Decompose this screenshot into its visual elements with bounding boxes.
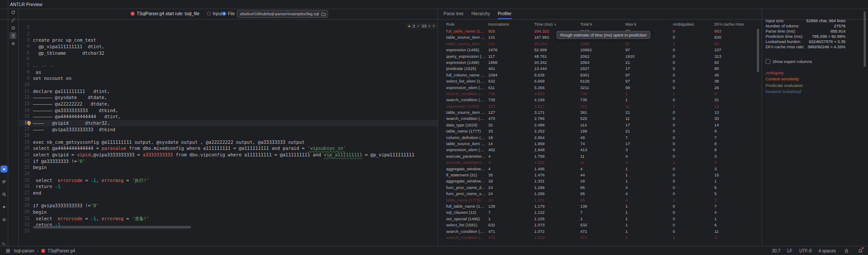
code-line[interactable]: 20select @a4444444444444 = paravalue fro… [18,145,437,152]
profiler-table-row[interactable]: search_condition (15…4711.013471114 [443,235,755,241]
code-line[interactable]: 25 select errorcode = -1, errormsg = '执行… [18,177,437,184]
profiler-table-row[interactable]: aggregate_windowed…181.33118101 [443,178,755,184]
profiler-table-scrollbar[interactable] [757,29,759,72]
column-header-rule[interactable]: Rule [443,21,486,28]
scroll-to-source-icon[interactable] [10,24,16,31]
code-line[interactable]: 11declare @a111111111 dtint, [18,88,437,95]
code-line[interactable]: 3create proc up_com_test [18,37,437,43]
code-line[interactable]: 9set nocount on [18,75,437,82]
code-line[interactable]: 28 [18,196,437,203]
profiler-table-row[interactable]: predicate (1525)46113.444292717080 [443,66,755,72]
profiler-table-row[interactable]: expression (1495)197852.99910982970237 [443,47,755,53]
column-header-ambiguities[interactable]: Ambiguities [671,21,712,28]
code-line[interactable]: 14——————— @a3333333333 dtkind, [18,107,437,114]
next-problem-icon[interactable]: ∨ [432,24,435,28]
profiler-table-row[interactable]: search_condition (15…7354.823735119 [443,91,755,97]
profiler-table-row[interactable]: full_column_name (17…10948.635830197045 [443,72,755,78]
code-line[interactable]: 16———— @vipid dtchar32, [18,120,437,126]
code-line[interactable]: 17———— @vipa3333333333 dtkind [18,126,437,133]
refresh-icon[interactable] [10,9,16,16]
profiler-table-row[interactable]: expression_elem (1590)6115.266321199026 [443,85,755,91]
code-line[interactable]: 31 select errorcode = -1, errormsg = '准备… [18,215,437,222]
profiler-table-row[interactable]: expression (1498)199820.342206421082 [443,60,755,66]
column-header-invocations[interactable]: Invocations [486,21,532,28]
code-line[interactable]: 24 [18,171,437,177]
code-line[interactable]: 29if @vipa3333333333 !='0' [18,202,437,209]
editor-horizontal-scrollbar[interactable] [33,226,191,229]
code-line[interactable]: 2 [18,31,437,37]
project-widget-icon[interactable] [4,247,11,254]
column-header-time[interactable]: Time (ms)∨ [532,21,578,28]
profiler-table-row[interactable]: column_definition (1421)182.06449707 [443,135,755,141]
intention-bulb-icon[interactable] [27,121,31,125]
encoding-widget[interactable]: UTF-8 [799,248,812,253]
profiler-table-row[interactable]: expression (1493)2273.91731011112 [443,103,755,109]
inspections-widget[interactable]: ▲ 2 ✓ 23 ∧ ∨ [405,23,437,29]
code-line[interactable]: 30begin [18,209,437,215]
profiler-table-row[interactable]: select_list (1581)6321.073632106 [443,222,755,228]
code-line[interactable]: 18 [18,132,437,139]
code-line[interactable]: 22if @a33333333 !='0' [18,158,437,165]
profiler-table-row[interactable]: table_source_item (15…1273.17138121013 [443,109,755,116]
profiler-table-row[interactable]: sql_clauses (12)71.1227104 [443,209,755,215]
run-tool-icon[interactable] [0,203,7,210]
lock-icon[interactable] [843,247,850,254]
panel-splitter[interactable] [437,9,438,246]
tab-profiler[interactable]: Profiler [498,9,512,19]
profiler-table-row[interactable]: table_name (1777)332.2521992109 [443,128,755,134]
settings-icon[interactable] [10,40,16,47]
show-expert-columns-checkbox[interactable]: Show expert columns [766,59,845,65]
antlr-preview-tool-icon[interactable] [0,166,7,172]
code-line[interactable]: 15——————— @a4444444444444 dtint, [18,113,437,120]
prev-problem-icon[interactable]: ∧ [428,24,431,28]
notifications-bell-icon[interactable] [857,247,864,254]
code-line[interactable]: 12——————— @sysdate dtdate, [18,94,437,101]
profiler-mode-icon[interactable] [10,32,16,39]
profiler-table-row[interactable]: func_proc_name_serv…241.28995405 [443,191,755,197]
input-radio[interactable]: Input [207,11,222,16]
file-radio[interactable]: File [222,11,235,16]
profiler-table-row[interactable]: execute_statement (1…41.62111413 [443,159,755,166]
code-line[interactable]: 4 @p_vipa111111111 dtint, [18,43,437,50]
stats-splitter[interactable] [762,9,762,246]
code-line[interactable]: 8 as [18,69,437,76]
profiler-table-row[interactable]: search_condition (1516)4711.0724711011 [443,229,755,235]
profiler-table-row[interactable]: query_expression (1527)11748.76120621910… [443,53,755,60]
file-path-input[interactable]: ebelice/Github/tsql-parser/examples/big.… [237,10,328,18]
indent-widget[interactable]: 4 spaces [819,248,836,253]
column-header-max-k[interactable]: Max k [623,21,671,28]
code-line[interactable]: 5 @p_tblname dtchar32 [18,50,437,56]
profiler-table-row[interactable]: set_special (1485)11.1051101 [443,216,755,222]
profiler-table-row[interactable]: table_source_item (16…14165.274209697155 [443,41,755,47]
profiler-table-row[interactable]: data_type (1829)322.48811417014 [443,122,755,128]
code-line[interactable]: 26 return -1 [18,183,437,190]
tab-parse-tree[interactable]: Parse tree [444,9,464,19]
code-line[interactable]: 27end [18,190,437,196]
breadcrumb-project[interactable]: tsql-parser [14,248,34,253]
problems-tool-icon[interactable] [0,216,7,223]
column-header-total-k[interactable]: Total k [578,21,623,28]
structure-tool-icon[interactable] [0,178,7,185]
caret-position-widget[interactable]: 30:7 [772,248,780,253]
column-header-dfa-cache-miss[interactable]: DFA cache miss [712,21,755,28]
profiler-table-row[interactable]: search_condition (1519)7354.1587351031 [443,97,755,103]
code-line[interactable]: 23begin [18,164,437,171]
profiler-table-row[interactable]: full_table_name (1773)1391.179139107 [443,203,755,209]
profiler-table-row[interactable]: if_statement (31)351.476441015 [443,172,755,178]
profiler-table-row[interactable]: table_name (1778)241.20195412 [443,197,755,203]
stats-panel-scrollbar[interactable] [864,11,866,67]
profiler-table-row[interactable]: expression_elem (1589)4021.948413308 [443,147,755,153]
code-line[interactable]: 19exec nb_com_getsysconfig @a111111111 o… [18,139,437,146]
browse-file-icon[interactable] [320,10,327,17]
code-line[interactable]: 21select @vipid = vipid,@vipa3333333333 … [18,152,437,158]
profiler-table-row[interactable]: execute_parameter (1…41.75811403 [443,153,755,159]
search-tool-icon[interactable] [0,191,7,198]
profiler-table-row[interactable]: select_list_elem (1592)6326.669612997038 [443,78,755,84]
code-line[interactable]: 7-- -- -- [18,63,437,69]
line-separator-widget[interactable]: LF [787,248,792,253]
code-editor[interactable]: 123create proc up_com_test4 @p_vipa11111… [18,24,437,235]
code-line[interactable]: 1 [18,24,437,31]
code-line[interactable]: 6 [18,56,437,63]
profiler-table-row[interactable]: func_proc_name_data…241.29895405 [443,185,755,191]
profiler-table-row[interactable]: search_condition (1517)4702.78652511030 [443,116,755,122]
